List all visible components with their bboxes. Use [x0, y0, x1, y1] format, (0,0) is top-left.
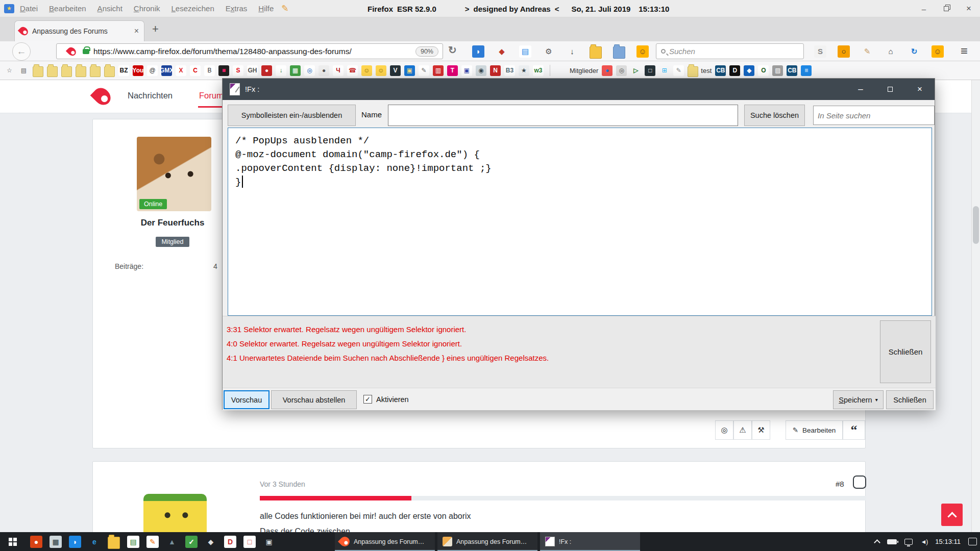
telekom-icon[interactable]: T	[447, 65, 458, 76]
session-window-icon[interactable]: ★	[4, 4, 14, 13]
separator[interactable]	[550, 65, 550, 76]
scrollbar-thumb[interactable]	[973, 206, 979, 244]
green-file-icon[interactable]: ▤	[124, 532, 143, 551]
gh-icon[interactable]: GH	[247, 65, 258, 76]
menu-item[interactable]: Extras	[220, 0, 253, 17]
o-icon[interactable]: O	[758, 65, 769, 76]
avatar[interactable]	[143, 494, 207, 532]
globe2-icon[interactable]: ◎	[616, 65, 627, 76]
v-flag-icon[interactable]: V	[390, 65, 401, 76]
thunderbird-icon[interactable]: ◗	[65, 532, 85, 551]
menu-item[interactable]: Hilfe	[253, 0, 279, 17]
monitor-chart-icon[interactable]: ▦	[46, 532, 65, 551]
star-dark-icon[interactable]: ★	[519, 65, 529, 76]
preview-button[interactable]: Vorschau	[224, 390, 270, 409]
post-number[interactable]: #8	[836, 480, 844, 488]
edit-button[interactable]: ✎Bearbeiten	[786, 420, 843, 440]
clear-search-button[interactable]: Suche löschen	[744, 105, 805, 126]
restore-button[interactable]	[935, 1, 958, 16]
save-button[interactable]: Speichern▾	[833, 390, 884, 409]
sparkasse-icon[interactable]: S	[233, 65, 243, 76]
start-button[interactable]	[0, 532, 24, 551]
thunderbird-icon[interactable]: ◗	[467, 42, 490, 61]
toggle-toolbars-button[interactable]: Symbolleisten ein-/ausblenden	[228, 105, 356, 126]
x-icon[interactable]: X	[176, 65, 186, 76]
stack-icon[interactable]: ▣	[259, 532, 279, 551]
stamp-icon[interactable]: S	[808, 42, 832, 61]
search-input[interactable]	[669, 47, 799, 56]
pencil-icon[interactable]: ✎	[279, 3, 290, 14]
cb-icon[interactable]: CB	[715, 65, 726, 76]
zoom-tool-icon[interactable]: ○	[832, 42, 855, 61]
url-bar[interactable]: 90%	[56, 43, 443, 59]
menu-item[interactable]: Datei	[14, 0, 43, 17]
network-icon[interactable]	[904, 539, 913, 545]
explorer-icon[interactable]	[104, 532, 124, 551]
taskbar-window-page[interactable]: Anpassung des Forum…	[437, 532, 537, 551]
w3-icon[interactable]: w3	[533, 65, 544, 76]
sync-icon[interactable]: ↻	[902, 42, 926, 61]
save-dropdown-caret-icon[interactable]: ▾	[875, 397, 878, 403]
download-arrow-icon[interactable]: ↓	[560, 42, 584, 61]
blue-tile-icon[interactable]: ▣	[404, 65, 415, 76]
gear-icon[interactable]: ⚙	[537, 42, 560, 61]
bookmark-folder-icon[interactable]	[47, 64, 58, 77]
tab-anpassung-des-forums[interactable]: Anpassung des Forums ×	[14, 20, 144, 41]
d-icon[interactable]: D	[729, 65, 740, 76]
preview-off-button[interactable]: Vorschau abstellen	[271, 390, 357, 409]
chat-icon[interactable]: ◆	[744, 65, 754, 76]
style-name-input[interactable]	[388, 105, 738, 126]
find-in-page-input[interactable]	[813, 106, 935, 125]
globe-icon[interactable]: ◎	[715, 420, 733, 440]
site-nav-nachrichten[interactable]: Nachrichten	[128, 91, 173, 101]
battery-icon[interactable]	[887, 539, 897, 544]
car-icon[interactable]: ●	[261, 65, 272, 76]
shop-icon[interactable]: ■	[218, 65, 229, 76]
star-icon[interactable]: ☆	[4, 65, 15, 76]
d-app-icon[interactable]: D	[220, 532, 240, 551]
bookmark-folder-icon[interactable]	[33, 64, 43, 77]
quote-button[interactable]: “	[843, 420, 865, 440]
taskbar-window-stylish[interactable]: !Fx :	[540, 532, 640, 551]
close-button[interactable]: ×	[958, 1, 980, 16]
speaker-icon[interactable]: ◄)	[920, 538, 927, 545]
site-logo-flame-icon[interactable]	[90, 85, 114, 109]
new-tab-button[interactable]: +	[152, 22, 159, 36]
clock[interactable]: 15:13:11	[935, 538, 961, 545]
search-field[interactable]	[656, 43, 804, 59]
monkey-icon[interactable]: ☺	[631, 42, 654, 61]
download-icon[interactable]: ↓	[276, 65, 286, 76]
greasemonkey-icon[interactable]: ☺	[926, 42, 949, 61]
projector-icon[interactable]: □	[240, 532, 259, 551]
home-icon[interactable]: ⌂	[879, 42, 902, 61]
bz-icon[interactable]: BZ	[118, 65, 129, 76]
zoom-level-badge[interactable]: 90%	[415, 46, 438, 57]
back-button[interactable]: ←	[12, 42, 31, 61]
at-icon[interactable]: @	[147, 65, 158, 76]
post-select-checkbox[interactable]	[853, 475, 866, 489]
taskbar-window-firefox[interactable]: Anpassung des Forum…	[335, 532, 435, 551]
menu-item[interactable]: Chronik	[128, 0, 166, 17]
copy-icon[interactable]: ▣	[461, 65, 472, 76]
play-icon[interactable]: ▷	[630, 65, 641, 76]
notepad-icon[interactable]: ✎	[419, 65, 429, 76]
cb2-icon[interactable]: CB	[787, 65, 797, 76]
smiley-icon[interactable]: ☺	[376, 65, 386, 76]
report-icon[interactable]: ⚠	[733, 420, 752, 440]
bookmark-folder-icon[interactable]	[90, 64, 101, 77]
page-scrollbar[interactable]	[971, 80, 980, 532]
action-center-icon[interactable]	[968, 538, 977, 545]
camera-icon[interactable]: ◉	[476, 65, 486, 76]
dialog-titlebar[interactable]: !Fx : – ×	[223, 79, 935, 100]
oval-icon[interactable]: ●	[318, 65, 329, 76]
test-folder-icon[interactable]: test	[688, 64, 712, 77]
moderate-icon[interactable]: ⚒	[752, 420, 770, 440]
app-ball-icon[interactable]: ●	[27, 532, 46, 551]
menu-item[interactable]: Lesezeichen	[166, 0, 220, 17]
smiley-icon[interactable]: ☺	[361, 65, 372, 76]
close-dialog-button[interactable]: Schließen	[886, 390, 934, 409]
minimize-button[interactable]: –	[913, 1, 935, 16]
tab-close-icon[interactable]: ×	[134, 27, 139, 36]
panel-icon[interactable]: ▤	[513, 42, 537, 61]
cone-icon[interactable]: ▲	[162, 532, 182, 551]
